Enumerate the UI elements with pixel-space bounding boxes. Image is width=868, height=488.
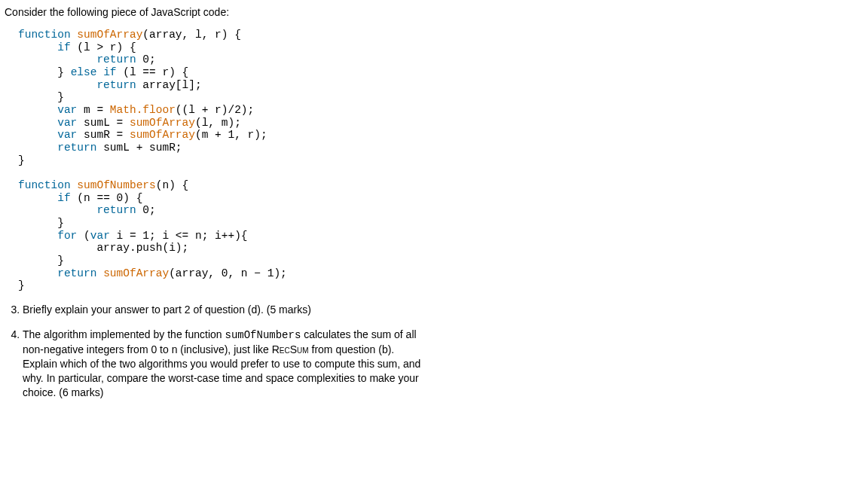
kw-return: return [57, 267, 96, 279]
intro-text: Consider the following piece of JavaScri… [5, 6, 863, 18]
kw-if: if [57, 192, 70, 204]
question-3-text: Briefly explain your answer to part 2 of… [23, 303, 311, 316]
code-text: } [18, 279, 25, 291]
document-page: Consider the following piece of JavaScri… [0, 0, 868, 416]
code-text: 0; [136, 53, 156, 66]
fn-sumofnumbers: sumOfNumbers [77, 179, 155, 191]
code-text: array[l]; [136, 79, 202, 91]
code-text: (l, m); [195, 117, 241, 129]
kw-return: return [96, 204, 136, 216]
inline-fn-sumofnumbers: sumOfNumbers [225, 329, 301, 341]
inline-recsum: RecSum [272, 343, 309, 355]
code-text: m = [77, 104, 110, 116]
fn-call-sumofarray: sumOfArray [103, 267, 169, 279]
code-text: (l == r) { [117, 66, 189, 78]
code-text: (array, l, r) { [142, 29, 241, 41]
kw-if: if [57, 41, 70, 53]
fn-call-sumofarray: sumOfArray [130, 117, 195, 129]
kw-for: for [57, 230, 77, 242]
code-text: (m + 1, r); [195, 129, 267, 141]
kw-var: var [57, 104, 77, 116]
code-text: array.push(i); [96, 242, 188, 254]
question-4: The algorithm implemented by the functio… [23, 328, 429, 399]
kw-return: return [96, 79, 136, 91]
code-text: (l > r) { [71, 41, 136, 53]
kw-return: return [96, 53, 136, 66]
code-text: ( [77, 230, 90, 242]
kw-var: var [57, 117, 77, 129]
code-text: (array, 0, n − 1); [169, 267, 287, 279]
code-text: ((l + r)/2); [176, 104, 254, 116]
code-text: sumL = [77, 117, 130, 129]
code-text: sumL + sumR; [96, 142, 182, 154]
code-text: (n) { [156, 179, 189, 191]
code-text: i = 1; i <= n; i++){ [110, 230, 248, 242]
kw-else-if: else if [71, 66, 117, 78]
code-text: } [57, 217, 64, 229]
question-4-text-a: The algorithm implemented by the functio… [23, 328, 225, 340]
code-text: 0; [136, 204, 156, 216]
fn-call-sumofarray: sumOfArray [130, 129, 195, 141]
kw-var: var [90, 230, 110, 242]
code-text: } [57, 255, 64, 267]
code-text: sumR = [77, 129, 130, 141]
kw-function: function [18, 29, 71, 41]
code-block: function sumOfArray(array, l, r) { if (l… [18, 29, 863, 292]
fn-sumofarray: sumOfArray [77, 29, 142, 41]
question-3: Briefly explain your answer to part 2 of… [23, 303, 429, 317]
code-text: } [18, 154, 25, 166]
code-text: (n == 0) { [71, 192, 143, 204]
code-text: } [57, 66, 70, 78]
question-list: Briefly explain your answer to part 2 of… [8, 303, 863, 399]
fn-math-floor: Math.floor [110, 104, 176, 116]
kw-function: function [18, 179, 71, 191]
code-text: } [57, 91, 64, 103]
kw-return: return [57, 142, 96, 154]
kw-var: var [57, 129, 77, 141]
